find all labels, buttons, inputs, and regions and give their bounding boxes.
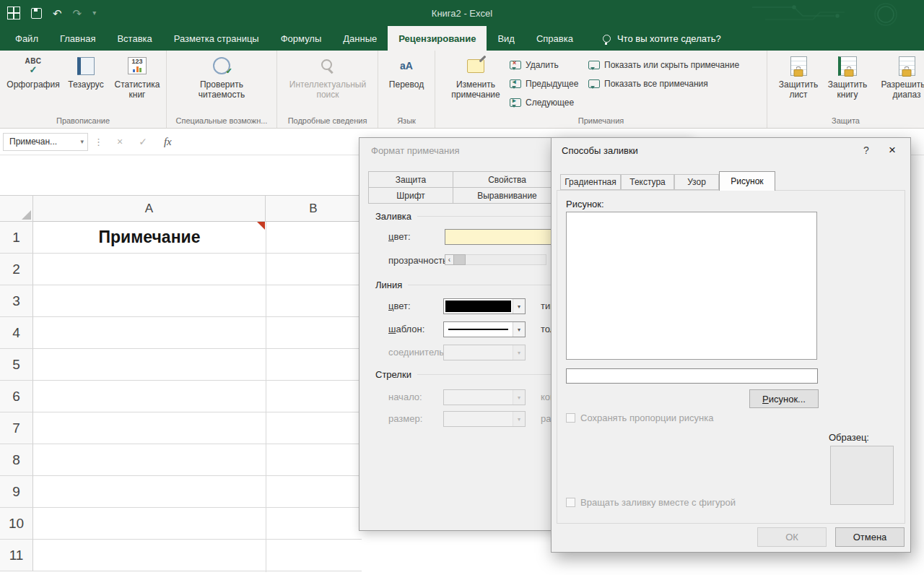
select-picture-button[interactable]: Рисунок... (749, 389, 819, 408)
group-label-language: Язык (378, 116, 435, 125)
column-header-b[interactable]: B (266, 195, 362, 222)
edit-comment-icon (467, 59, 484, 73)
row-header-7[interactable]: 7 (0, 412, 33, 444)
row-header-3[interactable]: 3 (0, 285, 33, 317)
insert-function-button[interactable]: fx (164, 136, 172, 148)
tab-data[interactable]: Данные (332, 26, 388, 51)
protect-workbook-button[interactable]: Защитить книгу (824, 54, 871, 100)
show-hide-comment-button[interactable]: Показать или скрыть примечание (588, 58, 739, 72)
row-header-11[interactable]: 11 (0, 540, 33, 571)
row-header-8[interactable]: 8 (0, 444, 33, 476)
connector-combobox: ▾ (443, 345, 526, 360)
save-icon[interactable] (31, 8, 42, 19)
picture-label: Рисунок: (566, 199, 604, 209)
line-color-combobox[interactable]: ▾ (443, 298, 526, 314)
select-all-corner[interactable] (0, 195, 33, 222)
column-header-a[interactable]: A (33, 195, 266, 222)
tab-formulas[interactable]: Формулы (270, 26, 333, 51)
gridline-column-a-b (266, 222, 266, 572)
workbook-stats-button[interactable]: ​ 123 Статистика книг (110, 54, 165, 100)
keep-ratio-label: Сохранять пропорции рисунка (580, 412, 713, 423)
format-tab-properties[interactable]: Свойства (453, 171, 562, 188)
row-header-9[interactable]: 9 (0, 476, 33, 508)
tab-page-layout[interactable]: Разметка страницы (163, 26, 270, 51)
delete-comment-button[interactable]: × Удалить (510, 58, 559, 72)
excel-logo-icon[interactable] (7, 7, 20, 20)
slider-thumb[interactable] (454, 254, 466, 265)
show-all-comments-button[interactable]: Показать все примечания (588, 77, 708, 91)
slider-left-arrow-icon[interactable]: ‹ (445, 254, 454, 265)
tell-me-box[interactable]: Что вы хотите сделать? (603, 26, 721, 51)
fill-tab-picture[interactable]: Рисунок (719, 171, 775, 191)
line-pattern-label: шаблон: (388, 324, 424, 334)
line-pattern-combobox[interactable]: ▾ (443, 321, 526, 337)
group-language: аА Перевод Язык (378, 51, 435, 128)
group-label-comments: Примечания (435, 116, 767, 125)
tab-file[interactable]: Файл (4, 26, 49, 51)
check-accessibility-button[interactable]: ✓ Проверить читаемость (180, 54, 263, 100)
tab-insert[interactable]: Вставка (106, 26, 162, 51)
tab-view[interactable]: Вид (487, 26, 526, 51)
fill-tab-texture[interactable]: Текстура (621, 174, 674, 190)
row-header-10[interactable]: 10 (0, 508, 33, 540)
formula-cancel-button[interactable]: × (117, 136, 123, 147)
row-header-2[interactable]: 2 (0, 254, 33, 285)
group-label-insights: Подробные сведения (277, 116, 378, 125)
group-label-protection: Защита (767, 116, 924, 125)
show-hide-comment-icon (588, 61, 600, 69)
row-header-1[interactable]: 1 (0, 222, 33, 254)
rotate-fill-label: Вращать заливку вместе с фигурой (580, 497, 736, 508)
picture-filename-input[interactable] (566, 368, 818, 384)
cell-a1[interactable]: Примечание (34, 222, 265, 253)
format-dialog-title: Формат примечания (371, 145, 460, 156)
sample-label: Образец: (829, 432, 869, 443)
next-comment-icon: ▸ (510, 98, 521, 107)
allow-edit-ranges-button[interactable]: Разрешить и диапаз (874, 54, 924, 100)
row-header-4[interactable]: 4 (0, 317, 33, 349)
group-comments: Изменить примечание × Удалить ◂ Предыдущ… (435, 51, 767, 128)
smart-lookup-button: Интеллектуальный поиск (283, 54, 372, 100)
row-header-5[interactable]: 5 (0, 349, 33, 381)
translate-button[interactable]: аА Перевод (384, 54, 429, 90)
fill-tab-pattern[interactable]: Узор (674, 174, 719, 190)
spelling-button[interactable]: ABC ✓ Орфография (4, 54, 62, 90)
line-pattern-dropdown-icon[interactable]: ▾ (513, 322, 525, 337)
fill-dialog-titlebar[interactable]: Способы заливки ? × (552, 138, 910, 161)
row-header-6[interactable]: 6 (0, 381, 33, 412)
dialog-help-button[interactable]: ? (857, 142, 876, 158)
protect-sheet-button[interactable]: Защитить лист (776, 54, 821, 100)
arrow-size-label: размер: (388, 413, 422, 424)
workbook-stats-icon: ​ 123 (128, 57, 147, 74)
format-tab-font[interactable]: Шрифт (368, 187, 453, 204)
format-tab-alignment[interactable]: Выравнивание (453, 187, 562, 204)
tab-review[interactable]: Рецензирование (388, 26, 487, 51)
tab-home[interactable]: Главная (49, 26, 106, 51)
line-color-label: цвет: (388, 301, 411, 311)
excel-window: ↶ ↷ ▾ Книга2 - Excel Файл Главная Вставк… (0, 0, 924, 575)
line-color-dropdown-icon[interactable]: ▾ (513, 299, 525, 314)
formula-enter-button[interactable]: ✓ (139, 136, 147, 147)
rotate-fill-checkbox (566, 498, 575, 507)
previous-comment-button[interactable]: ◂ Предыдущее (510, 77, 578, 91)
name-box[interactable]: Примечан... ▾ (3, 133, 88, 151)
redo-button[interactable]: ↷ (73, 8, 82, 19)
ok-button: ОК (757, 527, 827, 547)
thesaurus-button[interactable]: Тезаурус (64, 54, 108, 90)
cancel-button[interactable]: Отмена (835, 527, 905, 547)
qat-customize-button[interactable]: ▾ (92, 9, 96, 17)
fill-color-label: цвет: (388, 231, 411, 242)
transparency-slider[interactable]: ‹ (445, 254, 546, 265)
format-tab-protection[interactable]: Защита (368, 171, 453, 188)
slider-track[interactable] (466, 254, 546, 265)
name-box-dropdown-icon[interactable]: ▾ (77, 138, 87, 145)
fill-tab-gradient[interactable]: Градиентная (560, 174, 621, 190)
smart-lookup-icon (321, 59, 335, 73)
protect-workbook-icon (838, 56, 857, 76)
edit-comment-button[interactable]: Изменить примечание (444, 54, 507, 100)
delete-comment-icon: × (510, 61, 521, 69)
tab-help[interactable]: Справка (526, 26, 584, 51)
undo-button[interactable]: ↶ (53, 8, 62, 19)
next-comment-button[interactable]: ▸ Следующее (510, 95, 574, 110)
dialog-close-button[interactable]: × (883, 142, 902, 158)
fill-color-combobox[interactable] (445, 229, 567, 245)
